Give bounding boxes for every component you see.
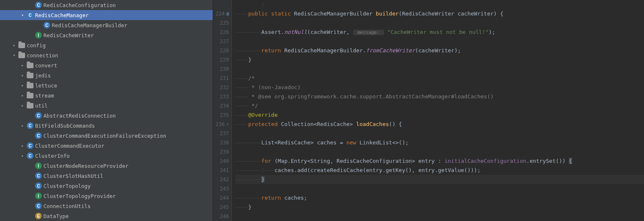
expand-arrow-icon[interactable]: ▸ [20,83,25,87]
folder-icon [27,73,33,78]
tree-item-jedis[interactable]: ▸jedis [0,70,213,80]
expand-arrow-icon[interactable]: ▾ [20,13,25,17]
gutter-line: 238 [216,138,229,147]
code-line[interactable]: ————protected Collection<RedisCache> loa… [235,120,644,129]
tree-item-abstractredisconnection[interactable]: CAbstractRedisConnection [0,110,213,121]
code-line[interactable]: ————————} [235,175,644,184]
class-icon: C [35,182,42,189]
code-line[interactable] [235,147,644,157]
code-line[interactable]: ————————for (Map.Entry<String, RedisCach… [235,157,644,166]
interface-icon: I [35,162,42,169]
tree-item-label: convert [35,62,57,69]
tree-item-label: RedisCacheConfiguration [43,2,116,8]
code-line[interactable]: ————————List<RedisCache> caches = new Li… [235,138,644,147]
enum-icon: E [35,213,42,219]
gutter-line: 246 [216,212,229,221]
code-line[interactable]: | [235,0,644,9]
expand-arrow-icon[interactable]: ▸ [12,43,17,47]
code-line[interactable] [235,64,644,74]
tree-item-connection[interactable]: ▾connection [0,50,213,60]
expand-arrow-icon[interactable]: ▸ [20,63,25,67]
tree-item-label: RedisCacheWriter [43,32,94,39]
class-icon: C [27,12,33,18]
code-line[interactable]: ————@Override [235,110,644,120]
gutter-line: 225 [216,18,229,28]
gutter-line: 239 [216,147,229,157]
code-line[interactable] [235,18,644,28]
gutter-line: 234 [216,101,229,110]
code-line[interactable]: ————} [235,55,644,64]
class-icon: C [35,132,42,139]
class-icon: C [35,172,42,179]
gutter-line: 228 [216,46,229,55]
tree-item-rediscachewriter[interactable]: IRedisCacheWriter [0,30,213,40]
tree-item-clustertopologyprovider[interactable]: IClusterTopologyProvider [0,191,213,201]
project-tree[interactable]: CRedisCacheConfiguration▾CRedisCacheMana… [0,0,213,221]
code-line[interactable]: ———— */ [235,101,644,110]
override-mark-icon[interactable]: ↑ [227,120,229,129]
class-icon: C [43,22,50,28]
code-area[interactable]: |————public static RedisCacheManagerBuil… [232,0,644,221]
code-line[interactable] [235,212,644,221]
tree-item-clustertopology[interactable]: CClusterTopology [0,181,213,191]
gutter-line: 245 [216,203,229,212]
class-icon: C [35,112,42,119]
tree-item-clusterslothashutil[interactable]: CClusterSlotHashUtil [0,171,213,181]
tree-item-label: ClusterInfo [35,153,70,159]
gutter-line: 226 [216,28,229,37]
class-icon: C [27,122,33,129]
tree-item-connectionutils[interactable]: CConnectionUtils [0,201,213,211]
tree-item-config[interactable]: ▸config [0,40,213,50]
tree-item-clusterinfo[interactable]: ▸CClusterInfo [0,151,213,161]
tree-item-datatype[interactable]: EDataType [0,211,213,221]
author-mark-icon[interactable]: @ [227,9,229,18]
gutter-line: 224@ [216,9,229,18]
code-line[interactable]: ————————|———caches.add(createRedisCache(… [235,166,644,175]
gutter-line: 231 [216,74,229,83]
code-line[interactable]: ————/* [235,74,644,83]
tree-item-label: ClusterCommandExecutor [35,143,104,149]
tree-item-util[interactable]: ▸util [0,100,213,110]
expand-arrow-icon[interactable]: ▾ [12,53,17,57]
code-line[interactable] [235,184,644,193]
code-line[interactable] [235,129,644,138]
code-line[interactable]: ————————return RedisCacheManagerBuilder.… [235,46,644,55]
tree-item-label: stream [35,93,54,99]
folder-icon [18,53,25,58]
expand-arrow-icon[interactable]: ▸ [20,154,25,158]
code-line[interactable]: ————————return caches; [235,193,644,203]
gutter-line: 237 [216,129,229,138]
tree-item-label: ClusterSlotHashUtil [43,173,103,179]
expand-arrow-icon[interactable]: ▸ [20,93,25,98]
code-editor[interactable]: 224@225226227228229230231232233234235236… [213,0,644,221]
code-line[interactable]: ————} [235,203,644,212]
code-line[interactable]: ———— * (non-Javadoc) [235,83,644,92]
tree-item-label: lettuce [35,82,57,89]
tree-item-label: ClusterTopology [43,183,91,189]
expand-arrow-icon[interactable]: ▸ [20,144,25,148]
gutter-line: 232 [216,83,229,92]
folder-icon [27,83,33,88]
tree-item-bitfieldsubcommands[interactable]: ▸CBitFieldSubCommands [0,121,213,131]
expand-arrow-icon[interactable]: ▸ [20,103,25,108]
gutter-line: 244 [216,193,229,203]
code-line[interactable] [235,37,644,46]
code-line[interactable]: ————————Assert.notNull(cacheWriter, mess… [235,28,644,37]
tree-item-label: ConnectionUtils [43,203,91,209]
tree-item-clustercommandexecutionfailureexception[interactable]: CClusterCommandExecutionFailureException [0,131,213,141]
tree-item-clusternoderesourceprovider[interactable]: IClusterNodeResourceProvider [0,161,213,171]
tree-item-rediscachemanager[interactable]: ▾CRedisCacheManager [0,10,213,20]
tree-item-convert[interactable]: ▸convert [0,60,213,70]
tree-item-label: AbstractRedisConnection [43,113,116,119]
tree-item-clustercommandexecutor[interactable]: ▸CClusterCommandExecutor [0,141,213,151]
tree-item-stream[interactable]: ▸stream [0,90,213,100]
tree-item-rediscacheconfiguration[interactable]: CRedisCacheConfiguration [0,0,213,10]
interface-icon: I [35,32,42,39]
tree-item-rediscachemanagerbuilder[interactable]: CRedisCacheManagerBuilder [0,20,213,30]
code-line[interactable]: ———— * @see org.springframework.cache.su… [235,92,644,101]
expand-arrow-icon[interactable]: ▸ [20,123,25,128]
code-line[interactable]: ————public static RedisCacheManagerBuild… [235,9,644,18]
tree-item-label: util [35,103,48,109]
tree-item-lettuce[interactable]: ▸lettuce [0,80,213,90]
expand-arrow-icon[interactable]: ▸ [20,73,25,77]
